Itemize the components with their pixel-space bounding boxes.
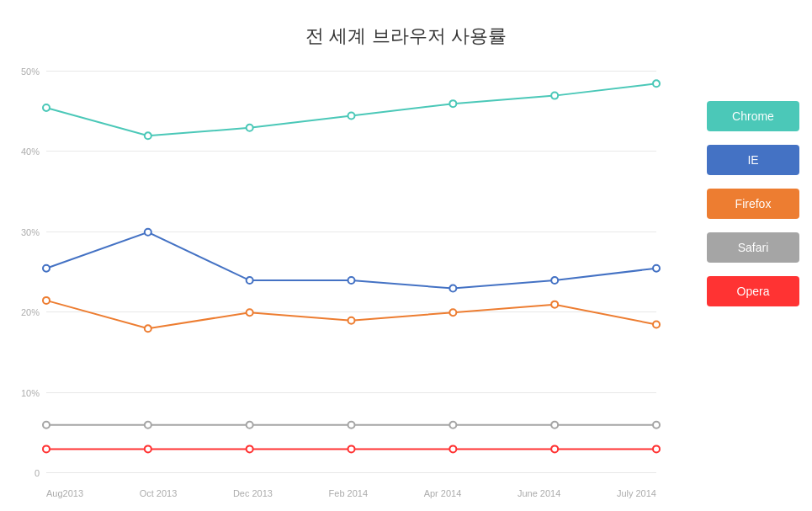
svg-point-16 (247, 309, 253, 316)
svg-point-21 (43, 422, 50, 428)
svg-point-14 (43, 297, 50, 304)
svg-point-34 (653, 445, 660, 452)
chart-svg (46, 72, 656, 473)
chart-title: 전 세계 브라우저 사용률 (0, 0, 812, 57)
x-label: June 2014 (517, 488, 560, 498)
y-label-10: 10% (21, 388, 40, 398)
x-labels: Aug2013Oct 2013Dec 2013Feb 2014Apr 2014J… (46, 488, 656, 498)
svg-point-4 (449, 100, 456, 107)
svg-point-33 (551, 445, 558, 452)
chart-area: 0 10% 20% 30% 40% 50% Aug2013Oct 2013Dec… (46, 72, 656, 473)
svg-point-0 (43, 104, 50, 111)
chart-container: 전 세계 브라우저 사용률 0 10% 20% 30% 40% 50% Aug2… (0, 0, 812, 511)
svg-point-2 (247, 125, 253, 131)
svg-point-5 (551, 93, 558, 99)
svg-point-22 (145, 422, 151, 428)
svg-point-3 (348, 112, 355, 119)
svg-point-31 (348, 445, 355, 452)
svg-point-28 (43, 445, 50, 452)
svg-point-12 (551, 277, 558, 284)
legend-chrome: Chrome (707, 101, 799, 131)
svg-point-18 (449, 309, 456, 316)
svg-point-27 (653, 422, 660, 428)
x-label: Oct 2013 (140, 488, 178, 498)
x-label: July 2014 (617, 488, 656, 498)
svg-point-30 (247, 445, 253, 452)
svg-point-11 (449, 285, 456, 292)
x-label: Apr 2014 (424, 488, 462, 498)
svg-point-20 (653, 322, 660, 328)
y-label-0: 0 (34, 468, 40, 478)
svg-point-26 (551, 422, 558, 428)
x-label: Dec 2013 (233, 488, 273, 498)
svg-point-13 (653, 265, 660, 272)
svg-point-19 (551, 301, 558, 308)
legend-firefox: Firefox (707, 189, 799, 219)
y-label-50: 50% (21, 67, 40, 77)
svg-point-9 (247, 277, 253, 284)
svg-point-24 (348, 422, 355, 428)
y-label-40: 40% (21, 146, 40, 157)
x-label: Feb 2014 (329, 488, 368, 498)
svg-point-1 (145, 132, 151, 139)
y-label-20: 20% (21, 307, 40, 317)
legend-opera: Opera (707, 276, 799, 306)
svg-point-15 (145, 325, 151, 332)
svg-point-7 (43, 265, 50, 272)
svg-point-17 (348, 317, 355, 324)
y-label-30: 30% (21, 227, 40, 237)
svg-point-25 (449, 422, 456, 428)
x-label: Aug2013 (46, 488, 83, 498)
svg-point-23 (247, 422, 253, 428)
svg-point-10 (348, 277, 355, 284)
legend-ie: IE (707, 145, 799, 175)
legend: Chrome IE Firefox Safari Opera (707, 101, 799, 306)
legend-safari: Safari (707, 232, 799, 263)
svg-point-29 (145, 445, 151, 452)
svg-point-6 (653, 80, 660, 87)
svg-point-32 (449, 445, 456, 452)
svg-point-8 (145, 229, 151, 236)
